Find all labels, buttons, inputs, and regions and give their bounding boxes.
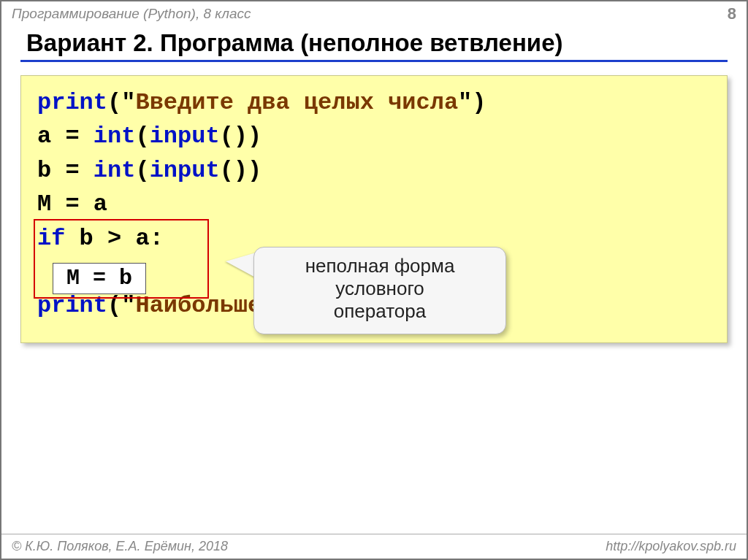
- paren-open: (: [135, 157, 149, 184]
- title-underline: [20, 60, 728, 62]
- assign-b: b =: [37, 157, 94, 184]
- punc-open: (": [107, 292, 135, 319]
- page-number: 8: [728, 4, 736, 23]
- slide: Программирование (Python), 8 класс 8 Вар…: [0, 0, 748, 560]
- code-line-3: b = int(input()): [37, 154, 711, 188]
- course-label: Программирование (Python), 8 класс: [12, 6, 251, 22]
- paren-close: ()): [220, 123, 262, 150]
- footer-url: http://kpolyakov.spb.ru: [606, 539, 736, 554]
- footer-bar: © К.Ю. Поляков, Е.А. Ерёмин, 2018 http:/…: [1, 534, 747, 559]
- fn-print: print: [37, 89, 107, 116]
- string-literal: Введите два целых числа: [135, 89, 458, 116]
- assign-a: a =: [37, 123, 94, 150]
- assign-m: M = a: [37, 191, 107, 218]
- slide-title: Вариант 2. Программа (неполное ветвление…: [1, 25, 747, 60]
- fn-int: int: [94, 123, 136, 150]
- callout-box: неполная форма условного оператора: [253, 247, 506, 334]
- fn-print: print: [37, 292, 107, 319]
- callout-line-3: оператора: [270, 300, 489, 323]
- paren-open: (: [135, 123, 149, 150]
- condition: b > a:: [65, 225, 163, 252]
- highlight-assignment: M = b: [53, 263, 146, 294]
- code-line-1: print("Введите два целых числа"): [37, 86, 711, 120]
- footer-copyright: © К.Ю. Поляков, Е.А. Ерёмин, 2018: [12, 539, 228, 554]
- fn-input: input: [150, 157, 220, 184]
- punc-open: (": [107, 89, 135, 116]
- code-line-2: a = int(input()): [37, 120, 711, 153]
- fn-input: input: [150, 123, 220, 150]
- paren-close: ()): [220, 157, 262, 184]
- fn-int: int: [94, 157, 136, 184]
- code-block: print("Введите два целых числа") a = int…: [20, 75, 728, 343]
- callout-line-1: неполная форма: [270, 255, 489, 277]
- callout-line-2: условного: [270, 277, 489, 300]
- top-bar: Программирование (Python), 8 класс 8: [1, 1, 747, 25]
- code-line-4: M = a: [37, 188, 711, 221]
- punc-close: "): [458, 89, 486, 116]
- kw-if: if: [37, 225, 65, 252]
